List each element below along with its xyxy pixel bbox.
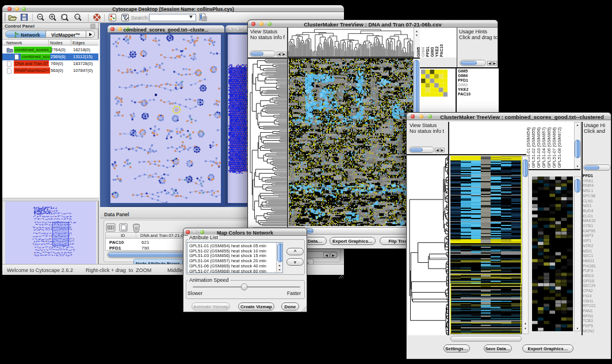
svg-text:1:1: 1:1 — [76, 16, 79, 18]
